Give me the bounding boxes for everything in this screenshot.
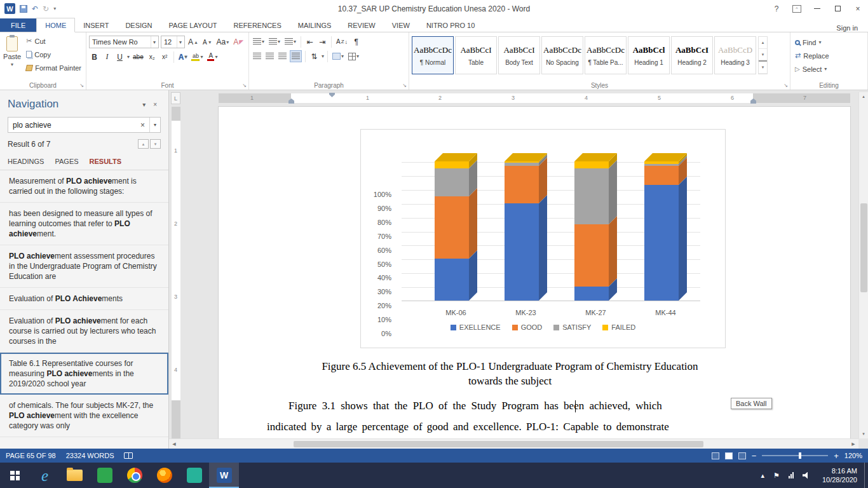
next-result-button[interactable]: ▾ — [150, 139, 161, 149]
underline-button[interactable]: U — [114, 51, 125, 63]
vertical-scroll-thumb[interactable] — [860, 203, 867, 292]
minimize-button[interactable] — [807, 0, 827, 17]
search-result-3[interactable]: PLO achievement assessment procedures in… — [0, 245, 168, 288]
increase-indent-button[interactable]: ⇥ — [317, 36, 328, 48]
line-spacing-button[interactable]: ⇅ — [309, 50, 320, 62]
ribbon-tab-references[interactable]: REFERENCES — [226, 18, 290, 32]
volume-icon[interactable] — [798, 472, 815, 479]
undo-icon[interactable]: ↶ — [32, 5, 38, 13]
paragraph-dialog-launcher-icon[interactable]: ↘ — [402, 83, 407, 88]
tray-flag-icon[interactable]: ⚑ — [769, 471, 784, 480]
search-result-2[interactable]: has been designed to measure all types o… — [0, 203, 168, 245]
style-card--table-pa-[interactable]: AaBbCcDc¶ Table Pa... — [585, 36, 627, 74]
taskbar-app-teal[interactable] — [179, 463, 209, 488]
zoom-slider-thumb[interactable] — [799, 452, 801, 459]
style-card-heading-2[interactable]: AaBbCcIHeading 2 — [671, 36, 713, 74]
search-options-icon[interactable]: ▾ — [149, 118, 160, 132]
styles-dialog-launcher-icon[interactable]: ↘ — [783, 83, 788, 88]
navigation-close-icon[interactable]: × — [149, 101, 161, 108]
ribbon-display-options-button[interactable]: ^ — [787, 0, 807, 17]
horizontal-scroll-thumb[interactable] — [294, 441, 703, 447]
select-button[interactable]: ▷Select▾ — [793, 62, 865, 76]
zoom-in-button[interactable]: + — [834, 452, 839, 460]
align-right-button[interactable] — [277, 50, 288, 62]
font-color-button[interactable]: A▾ — [206, 51, 219, 63]
zoom-slider[interactable] — [762, 455, 828, 456]
vertical-ruler[interactable]: 1234 — [172, 107, 180, 438]
ribbon-tab-nitro-pro-10[interactable]: NITRO PRO 10 — [418, 18, 483, 32]
vertical-scrollbar[interactable]: ▴ ▾ — [858, 92, 868, 438]
align-left-button[interactable] — [252, 50, 262, 62]
style-card-heading-3[interactable]: AaBbCcDHeading 3 — [714, 36, 756, 74]
align-center-button[interactable] — [264, 50, 275, 62]
sign-in-link[interactable]: Sign in — [836, 24, 868, 32]
close-button[interactable]: × — [848, 0, 868, 17]
nav-tab-headings[interactable]: HEADINGS — [8, 155, 44, 170]
strikethrough-button[interactable]: abe — [132, 51, 145, 63]
ribbon-tab-design[interactable]: DESIGN — [117, 18, 160, 32]
scroll-left-icon[interactable]: ◀ — [169, 442, 179, 447]
highlight-button[interactable]: ab▾ — [190, 51, 204, 63]
multilevel-list-button[interactable]: ▾ — [283, 36, 297, 48]
taskbar-file-explorer[interactable] — [60, 463, 90, 488]
navigation-options-icon[interactable]: ▾ — [139, 101, 149, 108]
find-button[interactable]: Find▾ — [793, 36, 865, 49]
shrink-font-button[interactable]: A▼ — [201, 36, 214, 48]
customize-qat-icon[interactable]: ▾ — [53, 6, 56, 11]
taskbar-app-green[interactable] — [90, 463, 119, 488]
sort-button[interactable]: AZ↓ — [335, 36, 349, 48]
search-result-6[interactable]: Table 6.1 Representative courses for mea… — [0, 353, 168, 395]
numbering-button[interactable]: ▾ — [268, 36, 281, 48]
styles-scroll-down-icon[interactable]: ▾ — [759, 49, 767, 61]
taskbar-firefox[interactable] — [149, 463, 179, 488]
ribbon-tab-mailings[interactable]: MAILINGS — [290, 18, 340, 32]
taskbar-internet-explorer[interactable]: e — [30, 463, 60, 488]
scroll-up-icon[interactable]: ▴ — [859, 94, 868, 99]
superscript-button[interactable]: x² — [159, 51, 170, 63]
horizontal-ruler[interactable]: 11234567 — [169, 92, 858, 104]
clear-formatting-button[interactable]: A◤ — [232, 36, 245, 48]
decrease-indent-button[interactable]: ⇤ — [304, 36, 315, 48]
style-card-no-spacing[interactable]: AaBbCcDcNo Spacing — [541, 36, 583, 74]
help-button[interactable]: ? — [766, 0, 787, 17]
read-mode-icon[interactable] — [712, 452, 719, 459]
scroll-right-icon[interactable]: ▶ — [848, 442, 858, 447]
text-effects-button[interactable]: A▾ — [177, 51, 189, 63]
styles-scrollbar[interactable]: ▴ ▾ ▾ — [758, 36, 768, 74]
search-result-5[interactable]: Evaluation of PLO achievement for each c… — [0, 310, 168, 353]
format-painter-button[interactable]: Format Painter — [24, 61, 83, 74]
borders-button[interactable]: ▾ — [347, 50, 360, 62]
shading-button[interactable]: ▾ — [331, 50, 345, 62]
show-desktop-button[interactable] — [864, 463, 868, 488]
nav-tab-results[interactable]: RESULTS — [90, 155, 122, 170]
copy-button[interactable]: Copy — [24, 48, 83, 61]
search-input[interactable] — [8, 121, 136, 130]
subscript-button[interactable]: x₂ — [147, 51, 158, 63]
tray-expand-icon[interactable]: ▴ — [757, 471, 770, 480]
start-button[interactable] — [0, 463, 30, 488]
proofing-status-icon[interactable] — [124, 452, 133, 459]
search-result-4[interactable]: Evaluation of PLO Achievements — [0, 288, 168, 310]
search-result-7[interactable]: of chemicals. The four subjects MK-27, t… — [0, 395, 168, 437]
redo-icon[interactable]: ↻ — [43, 5, 49, 13]
style-card--normal[interactable]: AaBbCcDc¶ Normal — [412, 36, 454, 74]
zoom-out-button[interactable]: − — [752, 452, 757, 460]
ribbon-tab-view[interactable]: VIEW — [384, 18, 418, 32]
network-icon[interactable] — [784, 472, 798, 478]
ribbon-tab-insert[interactable]: INSERT — [75, 18, 117, 32]
zoom-level[interactable]: 120% — [844, 452, 862, 459]
bold-button[interactable]: B — [89, 51, 100, 63]
change-case-button[interactable]: Aa▾ — [215, 36, 231, 48]
grow-font-button[interactable]: A▲ — [187, 36, 200, 48]
print-layout-icon[interactable] — [725, 452, 733, 459]
document-page[interactable]: 0%10%20%30%40%50%60%70%80%90%100% MK-06M… — [219, 107, 850, 438]
style-card-table[interactable]: AaBbCcITable — [455, 36, 497, 74]
style-card-heading-1[interactable]: AaBbCclHeading 1 — [628, 36, 670, 74]
ribbon-tab-page-layout[interactable]: PAGE LAYOUT — [161, 18, 226, 32]
justify-button[interactable] — [290, 50, 302, 62]
page-indicator[interactable]: PAGE 65 OF 98 — [6, 452, 56, 459]
word-count[interactable]: 23324 WORDS — [66, 452, 114, 459]
save-icon[interactable] — [20, 5, 27, 13]
nav-tab-pages[interactable]: PAGES — [55, 155, 78, 170]
chart[interactable]: 0%10%20%30%40%50%60%70%80%90%100% MK-06M… — [360, 129, 726, 348]
